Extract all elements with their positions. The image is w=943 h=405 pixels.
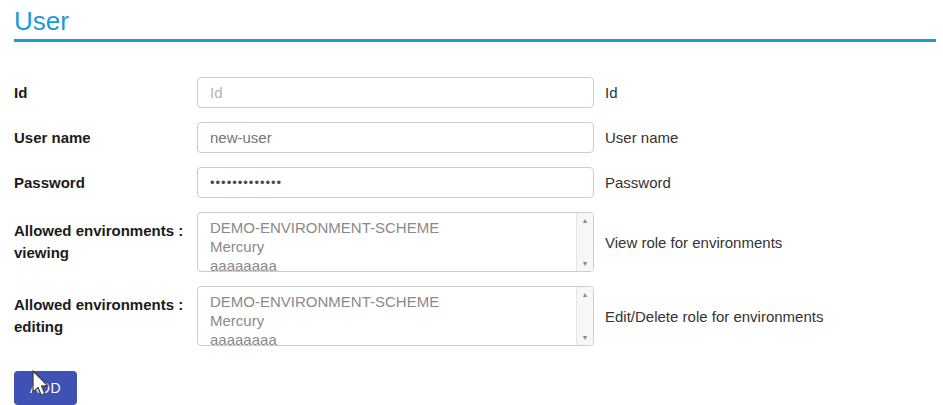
editing-select-scrollbar[interactable]: ▲ ▼ [576, 287, 593, 345]
viewing-environments-options: DEMO-ENVIRONMENT-SCHEME Mercury aaaaaaaa [198, 213, 576, 271]
add-button[interactable]: ADD [14, 371, 77, 405]
username-input[interactable] [197, 122, 594, 153]
environments-viewing-label-line1: Allowed environments : [14, 220, 187, 242]
form-row-environments-viewing: Allowed environments : viewing DEMO-ENVI… [14, 212, 936, 272]
environments-editing-label-line2: editing [14, 316, 187, 338]
username-label: User name [14, 127, 197, 149]
editing-environments-select[interactable]: DEMO-ENVIRONMENT-SCHEME Mercury aaaaaaaa… [197, 286, 594, 346]
user-form: Id Id User name User name Password Passw… [14, 77, 936, 405]
option-mercury[interactable]: Mercury [210, 311, 576, 330]
option-demo-environment-scheme[interactable]: DEMO-ENVIRONMENT-SCHEME [210, 218, 576, 237]
editing-description: Edit/Delete role for environments [605, 308, 823, 325]
id-input[interactable] [197, 77, 594, 108]
environments-editing-label: Allowed environments : editing [14, 294, 197, 338]
scroll-up-icon[interactable]: ▲ [582, 216, 589, 225]
environments-viewing-label: Allowed environments : viewing [14, 220, 197, 264]
option-mercury[interactable]: Mercury [210, 237, 576, 256]
form-row-username: User name User name [14, 122, 936, 153]
user-form-page: User Id Id User name User name Password … [0, 0, 943, 405]
id-description: Id [605, 84, 618, 101]
environments-viewing-label-line2: viewing [14, 242, 187, 264]
option-aaaaaaaa[interactable]: aaaaaaaa [210, 330, 576, 346]
scroll-up-icon[interactable]: ▲ [582, 290, 589, 299]
viewing-select-scrollbar[interactable]: ▲ ▼ [576, 213, 593, 271]
viewing-environments-select[interactable]: DEMO-ENVIRONMENT-SCHEME Mercury aaaaaaaa… [197, 212, 594, 272]
password-label: Password [14, 172, 197, 194]
id-label: Id [14, 82, 197, 104]
scroll-down-icon[interactable]: ▼ [582, 333, 589, 342]
editing-environments-options: DEMO-ENVIRONMENT-SCHEME Mercury aaaaaaaa [198, 287, 576, 345]
page-title: User [14, 6, 936, 37]
form-row-password: Password Password [14, 167, 936, 198]
environments-editing-label-line1: Allowed environments : [14, 294, 187, 316]
password-input[interactable] [197, 167, 594, 198]
viewing-description: View role for environments [605, 234, 782, 251]
form-row-id: Id Id [14, 77, 936, 108]
title-divider [14, 39, 936, 42]
password-description: Password [605, 174, 671, 191]
form-row-environments-editing: Allowed environments : editing DEMO-ENVI… [14, 286, 936, 346]
username-description: User name [605, 129, 678, 146]
option-aaaaaaaa[interactable]: aaaaaaaa [210, 256, 576, 272]
scroll-down-icon[interactable]: ▼ [582, 259, 589, 268]
option-demo-environment-scheme[interactable]: DEMO-ENVIRONMENT-SCHEME [210, 292, 576, 311]
